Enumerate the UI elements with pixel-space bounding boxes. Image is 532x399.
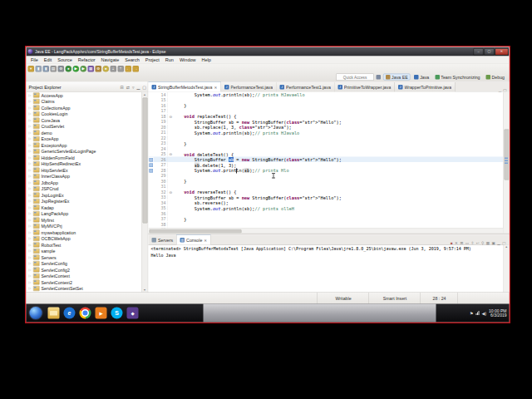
next-annotation-icon[interactable]: ⇣: [111, 66, 117, 72]
save-all-icon[interactable]: ▮: [43, 66, 50, 72]
forward-icon[interactable]: →: [133, 66, 140, 72]
taskbar-internet-explorer-icon[interactable]: e: [64, 308, 76, 319]
new-wizard-icon[interactable]: ▾: [28, 66, 35, 72]
menu-refactor[interactable]: Refactor: [75, 57, 98, 62]
scroll-up-icon[interactable]: ▲: [142, 92, 148, 97]
scrollbar-thumb[interactable]: [505, 130, 510, 180]
previous-annotation-icon[interactable]: ⇡: [118, 66, 125, 72]
volume-icon[interactable]: ◀): [482, 311, 487, 316]
project-tree-item[interactable]: ▷GenericServletExLoginPage: [27, 148, 142, 155]
perspective-java[interactable]: Java: [412, 74, 431, 80]
quick-access-box[interactable]: Quick Access: [337, 73, 374, 81]
system-tray: ⚑ ◀) 10:00 PM 6/3/2019: [470, 304, 507, 323]
tab-close-icon[interactable]: ✕: [204, 238, 207, 242]
menu-source[interactable]: Source: [55, 57, 75, 62]
save-icon[interactable]: ▮: [36, 66, 42, 72]
project-tree-item[interactable]: ▷CollectionsApp: [27, 105, 142, 111]
close-button[interactable]: ✕: [495, 48, 509, 56]
console-tab-console[interactable]: ▥Console✕: [176, 235, 211, 245]
coverage-icon[interactable]: ▦: [88, 66, 95, 72]
menu-file[interactable]: File: [28, 57, 42, 62]
project-tree-item[interactable]: ▷CrudServlet: [27, 123, 142, 130]
perspective-debug[interactable]: Debug: [484, 74, 506, 80]
menu-help[interactable]: Help: [199, 57, 214, 62]
action-center-flag-icon[interactable]: ⚑: [470, 311, 473, 316]
project-tree-item[interactable]: ▷MyMVCPrj: [27, 223, 142, 229]
menu-navigate[interactable]: Navigate: [98, 57, 122, 62]
run-external-tools-icon[interactable]: ▶: [81, 66, 87, 72]
scrollbar-thumb[interactable]: [143, 98, 148, 224]
project-tree-item[interactable]: ▷ServletContextSetSet: [27, 285, 142, 292]
maximize-icon[interactable]: ▢: [142, 85, 146, 90]
new-servlet-icon[interactable]: ⚙: [96, 66, 102, 72]
editor-tab[interactable]: JPerformanceTest.java: [221, 82, 277, 92]
taskbar-media-player-icon[interactable]: ▶: [96, 308, 107, 319]
minimize-button[interactable]: –: [474, 48, 484, 56]
project-tree-item[interactable]: ▷ExceApp: [27, 135, 142, 142]
project-tree-item[interactable]: ▷CoreJava: [27, 117, 142, 124]
perspective-team-synchronizing[interactable]: Team Synchronizing: [433, 74, 482, 80]
minimize-icon[interactable]: ▁: [136, 85, 140, 90]
open-perspective-icon[interactable]: [377, 75, 382, 80]
menu-search[interactable]: Search: [122, 57, 142, 62]
project-tree-item[interactable]: ▷ExcepionApp: [27, 142, 142, 149]
project-tree-item[interactable]: ▷HttpServletEx: [27, 167, 142, 174]
code-editor[interactable]: 14 System.out.println(sb);// prints HJav…: [149, 92, 510, 234]
tab-close-icon[interactable]: ✕: [214, 85, 218, 89]
project-tree-item[interactable]: ▷ServletContext: [27, 273, 142, 279]
network-signal-icon[interactable]: [476, 311, 480, 315]
taskbar-skype-icon[interactable]: S: [111, 308, 123, 319]
print-icon[interactable]: ▤: [51, 66, 57, 72]
debug-icon[interactable]: ●: [66, 66, 72, 72]
project-tree-item[interactable]: ▷HttpSendRedirectEx: [27, 160, 142, 167]
menu-project[interactable]: Project: [142, 57, 162, 62]
taskbar-app-purple-icon[interactable]: ◆: [127, 308, 139, 319]
editor-tab[interactable]: JPerformanceTest1.java: [277, 82, 335, 92]
project-tree-item[interactable]: ▷Claims: [27, 98, 142, 105]
project-tree-item[interactable]: ▷RobotTest: [27, 242, 142, 249]
editor-tab[interactable]: JPrimitiveToWrapper.java: [334, 82, 395, 92]
link-with-editor-icon[interactable]: ⇄: [126, 85, 130, 90]
search-icon[interactable]: ●: [103, 66, 110, 72]
project-tree-item[interactable]: ▷Kadap: [27, 204, 142, 211]
maximize-button[interactable]: ▢: [485, 48, 495, 56]
collapse-all-icon[interactable]: ⊟: [121, 85, 124, 90]
back-icon[interactable]: ←: [126, 66, 132, 72]
project-tree-item[interactable]: ▷JspLoginEx: [27, 192, 142, 199]
console-tab-servers[interactable]: Servers: [149, 235, 177, 245]
project-tree-item[interactable]: ▷ServletConfig2: [27, 267, 142, 273]
console-scrollbar[interactable]: ▲: [504, 245, 510, 293]
editor-tab[interactable]: JWrapperToPrimitive.java: [395, 82, 456, 92]
project-tree-item[interactable]: ▷JspRegisterEx: [27, 198, 142, 204]
project-tree-item[interactable]: ▷Myfirst: [27, 217, 142, 224]
project-tree-item[interactable]: ▷demo: [27, 130, 142, 136]
view-menu-icon[interactable]: ▿: [132, 85, 135, 90]
menu-edit[interactable]: Edit: [41, 57, 54, 62]
console-body[interactable]: <terminated> StringBufferMetodsTest [Jav…: [149, 245, 510, 293]
project-tree-item[interactable]: ▷JSPCrud: [27, 185, 142, 192]
project-tree-item[interactable]: ▷JdbcApp: [27, 180, 142, 186]
project-tree-item[interactable]: ▷sample: [27, 248, 142, 254]
editor-vertical-scrollbar[interactable]: [503, 92, 510, 234]
menu-run[interactable]: Run: [162, 57, 176, 62]
explorer-scrollbar[interactable]: ▲ ▼: [141, 92, 148, 293]
editor-tab[interactable]: JStringBufferMetodsTest.java✕: [149, 82, 221, 92]
perspective-java-ee[interactable]: Java EE: [383, 74, 411, 81]
tray-clock[interactable]: 10:00 PM 6/3/2019: [489, 308, 506, 318]
project-tree-item[interactable]: ▷OCBCWebApp: [27, 235, 142, 242]
project-tree-item[interactable]: ▷mywebapplication: [27, 229, 142, 236]
project-tree-item[interactable]: ▷ServletConfig: [27, 260, 142, 267]
taskbar-explorer-icon[interactable]: [48, 308, 60, 319]
menu-window[interactable]: Window: [176, 57, 199, 62]
build-icon[interactable]: ⚙: [58, 66, 65, 72]
project-tree-item[interactable]: ▷LangPackApp: [27, 210, 142, 217]
project-tree-item[interactable]: ▷InnerClassApp: [27, 173, 142, 180]
start-button[interactable]: [30, 307, 42, 319]
run-icon[interactable]: ▶: [73, 66, 80, 72]
project-tree-item[interactable]: ▷Servers: [27, 254, 142, 261]
project-tree-item[interactable]: ▷CookiesLogin: [27, 111, 142, 117]
project-tree-item[interactable]: ▷HiddenFormField: [27, 155, 142, 161]
taskbar-chrome-icon[interactable]: [80, 308, 91, 319]
project-tree-item[interactable]: ▷AccessApp: [27, 92, 142, 99]
project-tree-item[interactable]: ▷ServletContext2: [27, 279, 142, 286]
